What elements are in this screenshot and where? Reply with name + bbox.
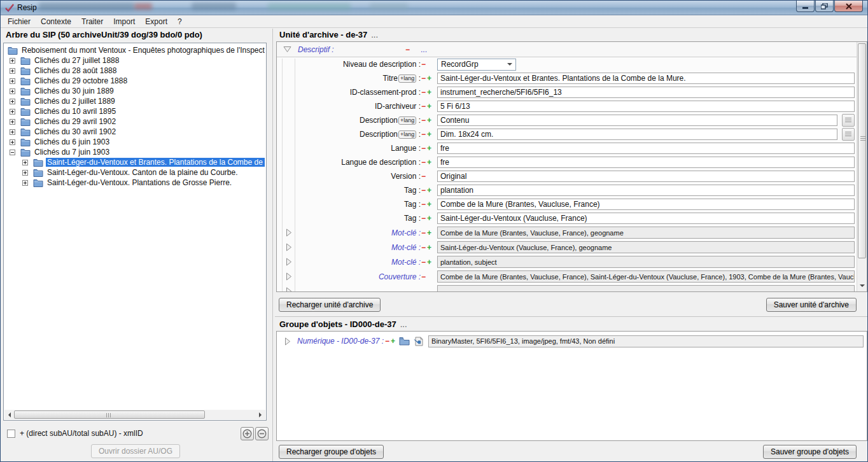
collapse-section-icon[interactable] (283, 46, 291, 53)
expand-icon[interactable] (22, 180, 28, 186)
field-input[interactable]: Combe de la Mure (Brantes, Vaucluse, Fra… (437, 270, 855, 283)
remove-icon[interactable]: − (421, 60, 426, 69)
tree-item[interactable]: Clichés du 30 juin 1889 (5, 86, 265, 96)
add-icon[interactable]: + (426, 200, 432, 209)
subau-xmlid-checkbox[interactable] (7, 430, 15, 438)
add-icon[interactable]: + (426, 214, 432, 223)
scrollbar-thumb[interactable] (14, 410, 205, 419)
remove-icon[interactable]: − (421, 74, 426, 83)
field-input[interactable]: Combe de la Mure (Brantes, Vaucluse, Fra… (437, 199, 855, 210)
remove-icon[interactable]: − (421, 88, 426, 97)
expand-icon[interactable] (10, 99, 15, 104)
expand-icon[interactable] (22, 170, 28, 176)
remove-icon[interactable]: − (421, 243, 426, 252)
remove-icon[interactable]: − (421, 186, 426, 195)
expand-all-button[interactable] (241, 427, 254, 440)
menu-item-traiter[interactable]: Traiter (76, 16, 108, 28)
field-input[interactable]: instrument_recherche/5FI6/5FI6_13 (437, 87, 855, 98)
add-lang-badge[interactable]: +lang (398, 74, 416, 83)
field-input[interactable]: Contenu (437, 115, 837, 126)
menu-item-export[interactable]: Export (140, 16, 172, 28)
tree-item[interactable]: Clichés du 10 avril 1895 (5, 106, 265, 116)
remove-icon[interactable]: − (421, 144, 426, 153)
add-icon[interactable]: + (426, 102, 432, 111)
tree-item[interactable]: Clichés du 2 juillet 1889 (5, 96, 265, 106)
tree-item[interactable]: Clichés du 6 juin 1903 (5, 137, 265, 147)
add-icon[interactable]: + (426, 88, 432, 97)
remove-icon[interactable]: − (421, 272, 426, 281)
remove-icon[interactable]: − (421, 158, 426, 167)
remove-icon[interactable]: − (384, 337, 390, 346)
expand-icon[interactable] (286, 258, 294, 266)
add-icon[interactable]: + (426, 186, 432, 195)
add-lang-badge[interactable]: +lang (398, 116, 416, 125)
titlebar[interactable]: Resip (1, 1, 867, 15)
add-icon[interactable]: + (426, 144, 432, 153)
scrollbar-thumb[interactable] (858, 43, 866, 258)
add-icon[interactable]: + (426, 243, 432, 252)
add-icon[interactable]: + (426, 130, 432, 139)
field-input[interactable]: Saint-Léger-du-Ventoux (Vaucluse, France… (437, 213, 855, 224)
minimize-button[interactable] (796, 1, 815, 12)
tree-item[interactable]: Clichés du 29 avril 1902 (5, 116, 265, 127)
field-input[interactable]: plantation, subject (437, 256, 855, 268)
expand-icon[interactable] (286, 287, 294, 291)
section-more[interactable]: ... (421, 45, 427, 54)
expand-icon[interactable] (10, 119, 15, 125)
field-input[interactable]: Dim. 18x24 cm. (437, 129, 837, 140)
scroll-right-icon[interactable] (256, 410, 265, 419)
remove-section-icon[interactable]: − (405, 45, 410, 54)
expand-icon[interactable] (10, 58, 15, 64)
expand-icon[interactable] (284, 337, 291, 346)
field-input[interactable]: Saint-Léger-du-Ventoux (Vaucluse, France… (437, 241, 855, 253)
expand-icon[interactable] (286, 228, 294, 237)
binary-object-summary[interactable]: BinaryMaster, 5FI6/5FI6_13, image/jpeg, … (428, 335, 864, 347)
restore-button[interactable] (815, 1, 834, 12)
scroll-left-icon[interactable] (4, 410, 14, 419)
tree-horizontal-scrollbar[interactable] (4, 410, 265, 419)
tree-item[interactable]: Saint-Léger-du-Ventoux et Brantes. Plant… (5, 157, 265, 167)
tree-item[interactable]: Clichés du 28 août 1888 (5, 66, 265, 76)
add-icon[interactable]: + (426, 258, 432, 267)
menu-item-contexte[interactable]: Contexte (36, 16, 76, 28)
remove-icon[interactable]: − (421, 102, 426, 111)
tree-item[interactable]: Clichés du 29 octobre 1888 (5, 76, 265, 86)
remove-icon[interactable]: − (421, 200, 426, 209)
add-icon[interactable]: + (426, 74, 432, 83)
expand-icon[interactable] (10, 68, 15, 74)
import-file-icon[interactable] (413, 337, 423, 346)
scroll-down-icon[interactable] (857, 281, 867, 291)
vertical-splitter[interactable] (272, 29, 273, 461)
remove-icon[interactable]: − (421, 172, 426, 181)
remove-icon[interactable]: − (421, 214, 426, 223)
tree-item[interactable]: Clichés du 7 juin 1903 (5, 147, 265, 157)
add-lang-badge[interactable]: +lang (398, 130, 416, 139)
field-input[interactable]: fre (437, 143, 855, 154)
description-level-select[interactable]: RecordGrp (437, 59, 516, 71)
expand-icon[interactable] (10, 139, 15, 145)
add-icon[interactable]: + (426, 158, 432, 167)
tree-item[interactable]: Clichés du 27 juillet 1888 (5, 55, 265, 66)
collapse-icon[interactable] (10, 150, 15, 155)
tree-item[interactable]: Saint-Léger-du-Ventoux. Plantations de G… (5, 178, 265, 188)
field-input[interactable]: plantation (437, 185, 855, 196)
open-text-editor-button[interactable] (842, 114, 855, 127)
tree-item[interactable]: Clichés du 30 avril 1902 (5, 127, 265, 137)
field-input[interactable]: Combe de la Mure (Brantes, Vaucluse, Fra… (437, 227, 855, 239)
tree-item[interactable]: Saint-Léger-du-Ventoux. Canton de la pla… (5, 167, 265, 178)
menu-item-import[interactable]: Import (108, 16, 140, 28)
reload-archive-unit-button[interactable]: Recharger unité d'archive (279, 298, 381, 312)
open-folder-icon[interactable] (399, 337, 410, 346)
menu-item-fichier[interactable]: Fichier (3, 16, 36, 28)
remove-icon[interactable]: − (421, 130, 426, 139)
expand-icon[interactable] (22, 160, 28, 165)
field-input[interactable]: Original (437, 171, 855, 182)
expand-icon[interactable] (10, 78, 15, 84)
save-object-group-button[interactable]: Sauver groupe d'objets (763, 445, 857, 459)
remove-icon[interactable]: − (421, 258, 426, 267)
remove-icon[interactable]: − (421, 116, 426, 125)
field-input[interactable]: Saint-Léger-du-Ventoux et Brantes. Plant… (437, 73, 855, 84)
horizontal-splitter[interactable] (275, 316, 867, 317)
field-input[interactable]: 5 Fi 6/13 (437, 101, 855, 112)
expand-icon[interactable] (10, 129, 15, 135)
